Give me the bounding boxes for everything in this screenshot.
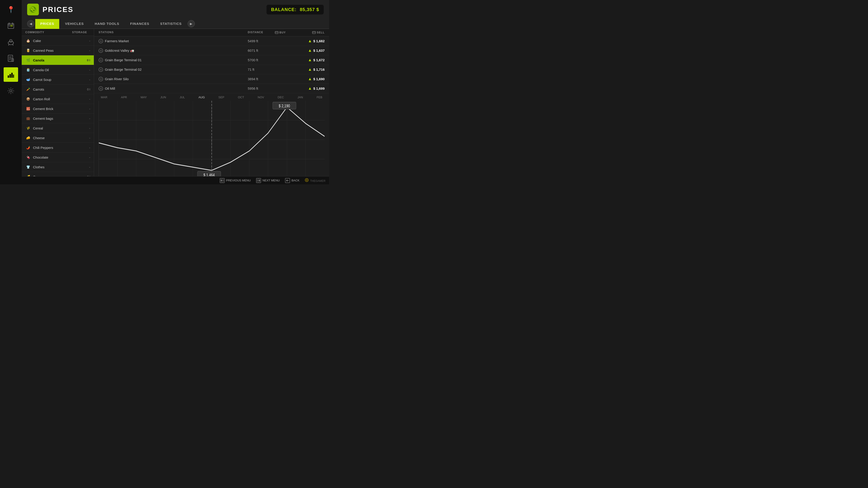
- sidebar-icon-stats[interactable]: [4, 67, 18, 82]
- station-name-label: Grain Barge Terminal 02: [105, 68, 142, 71]
- commodity-name: Chocolate: [33, 156, 49, 159]
- tab-statistics[interactable]: STATISTICS: [155, 19, 186, 29]
- station-row[interactable]: ◎ Oil Mill 5956 ft ▲ $ 1,699: [94, 84, 329, 93]
- station-icon: ◎: [98, 58, 103, 62]
- commodity-item[interactable]: 👕 Clothes -: [22, 162, 94, 172]
- commodity-item[interactable]: 🎂 Cake -: [22, 36, 94, 46]
- commodity-name: Clothes: [33, 165, 44, 169]
- station-name: ◎ Grain River Silo: [98, 77, 166, 81]
- sidebar-icon-map[interactable]: 📍: [4, 2, 18, 17]
- price-value: $ 1,682: [313, 39, 324, 43]
- stations-list: ◎ Farmers Market 5499 ft ▲ $ 1,682 ◎ Gol…: [94, 36, 329, 93]
- commodity-storage: -: [76, 165, 90, 169]
- commodity-icon: 🥕: [25, 87, 31, 92]
- commodity-item-left: 🥫 Canned Peas: [25, 48, 76, 53]
- commodity-panel: COMMODITY STORAGE 🎂 Cake - 🥫 Canned Peas…: [22, 29, 94, 184]
- commodity-item[interactable]: 🥕 Carrots 0 l: [22, 85, 94, 94]
- station-row[interactable]: ◎ Grain Barge Terminal 01 5700 ft ▲ $ 1,…: [94, 55, 329, 65]
- chart-months: MARAPRMAYJUNJULAUGSEPOCTNOVDECJANFEB: [98, 96, 324, 99]
- commodity-icon: 👕: [25, 164, 31, 170]
- sidebar-icon-livestock[interactable]: [4, 35, 18, 49]
- next-menu-label: NEXT MENU: [262, 179, 280, 182]
- price-up-icon: ▲: [308, 67, 312, 72]
- commodity-item[interactable]: 🌶️ Chili Peppers -: [22, 143, 94, 153]
- station-distance: 6071 ft: [248, 48, 275, 53]
- tab-hand-tools[interactable]: HAND TOOLS: [90, 19, 124, 29]
- next-menu-button[interactable]: NEXT MENU: [256, 178, 280, 183]
- commodity-name: Cake: [33, 39, 41, 43]
- station-icon: ◎: [98, 86, 103, 91]
- chart-month-label: MAY: [141, 96, 147, 99]
- commodity-item[interactable]: 🥫 Canned Peas -: [22, 46, 94, 55]
- commodity-name: Canned Peas: [33, 48, 54, 53]
- svg-rect-15: [8, 75, 9, 78]
- right-panel: STATIONS DISTANCE BUY SELL: [94, 29, 329, 184]
- svg-rect-2: [12, 23, 13, 24]
- station-name-label: Farmers Market: [105, 39, 129, 43]
- station-sell-price: ▲ $ 1,690: [298, 76, 324, 81]
- commodity-storage: -: [76, 146, 90, 149]
- content-area: COMMODITY STORAGE 🎂 Cake - 🥫 Canned Peas…: [22, 29, 329, 184]
- station-row[interactable]: ◎ Grain Barge Terminal 02 71 ft ▲ $ 1,71…: [94, 65, 329, 74]
- commodity-item[interactable]: 💼 Cement bags -: [22, 113, 94, 123]
- price-value: $ 1,699: [313, 87, 324, 90]
- station-sell-price: ▲ $ 1,699: [298, 86, 324, 91]
- commodity-table-header: COMMODITY STORAGE: [22, 29, 94, 36]
- price-up-icon: ▲: [308, 76, 312, 81]
- price-value: $ 1,672: [313, 58, 324, 62]
- commodity-item-left: 🥕 Carrots: [25, 87, 76, 92]
- chart-month-label: NOV: [258, 96, 264, 99]
- sidebar-icon-settings[interactable]: [4, 84, 18, 98]
- commodity-item-left: 👕 Clothes: [25, 164, 76, 170]
- sidebar-icon-calendar[interactable]: 15: [4, 19, 18, 33]
- station-sell-price: ▲ $ 1,672: [298, 58, 324, 62]
- station-row[interactable]: ◎ Goldcrest Valley 🚛 6071 ft ▲ $ 1,637: [94, 46, 329, 55]
- commodity-item[interactable]: 🌾 Cereal -: [22, 123, 94, 133]
- commodity-storage: -: [76, 117, 90, 120]
- svg-rect-26: [312, 31, 315, 34]
- commodity-storage: -: [76, 127, 90, 130]
- svg-rect-24: [275, 31, 278, 34]
- chart-month-label: JUN: [160, 96, 166, 99]
- commodity-storage: -: [76, 68, 90, 72]
- commodity-item[interactable]: 🌿 Canola 0 l: [22, 55, 94, 65]
- nav-tabs: ◀ PRICES VEHICLES HAND TOOLS FINANCES ST…: [22, 19, 329, 29]
- price-up-icon: ▲: [308, 86, 312, 91]
- svg-text:15: 15: [10, 25, 13, 27]
- commodity-icon: 🥫: [25, 48, 31, 53]
- commodity-icon: 📦: [25, 96, 31, 102]
- commodity-name: Cheese: [33, 136, 45, 140]
- commodity-item[interactable]: 🧱 Cement Brick -: [22, 104, 94, 113]
- commodity-col-label: COMMODITY: [25, 31, 72, 34]
- commodity-item[interactable]: 🥣 Carrot Soup -: [22, 75, 94, 85]
- tab-prices[interactable]: PRICES: [35, 19, 59, 29]
- tab-vehicles[interactable]: VEHICLES: [60, 19, 89, 29]
- commodity-icon: 🥣: [25, 77, 31, 82]
- commodity-item-left: 🧱 Cement Brick: [25, 106, 76, 111]
- nav-prev-arrow[interactable]: ◀: [27, 20, 34, 27]
- nav-next-arrow[interactable]: ▶: [188, 20, 195, 27]
- station-row[interactable]: ◎ Farmers Market 5499 ft ▲ $ 1,682: [94, 36, 329, 46]
- chart-container: $ 1,464 $ 2,190: [98, 101, 324, 179]
- commodity-item-left: 📦 Carton Roll: [25, 96, 76, 102]
- commodity-item[interactable]: 🍫 Chocolate -: [22, 153, 94, 162]
- commodity-icon: 🍫: [25, 155, 31, 160]
- commodity-icon: 🌾: [25, 125, 31, 131]
- commodity-item[interactable]: 🧀 Cheese -: [22, 133, 94, 143]
- station-distance: 5700 ft: [248, 58, 275, 62]
- svg-rect-1: [9, 23, 9, 24]
- commodity-icon: 💼: [25, 116, 31, 121]
- station-row[interactable]: ◎ Grain River Silo 3894 ft ▲ $ 1,690: [94, 74, 329, 84]
- svg-rect-18: [13, 74, 14, 78]
- commodity-item[interactable]: 🫙 Canola Oil -: [22, 65, 94, 75]
- prev-menu-button[interactable]: PREVIOUS MENU: [220, 178, 251, 183]
- station-name-label: Grain Barge Terminal 01: [105, 58, 142, 62]
- commodity-item[interactable]: 📦 Carton Roll -: [22, 94, 94, 104]
- sidebar-icon-contracts[interactable]: [4, 51, 18, 66]
- station-distance: 71 ft: [248, 68, 275, 71]
- tab-finances[interactable]: FINANCES: [125, 19, 154, 29]
- back-button[interactable]: BACK: [285, 178, 299, 183]
- chart-month-label: SEP: [218, 96, 224, 99]
- commodity-storage: -: [76, 39, 90, 42]
- prices-icon: [27, 4, 39, 15]
